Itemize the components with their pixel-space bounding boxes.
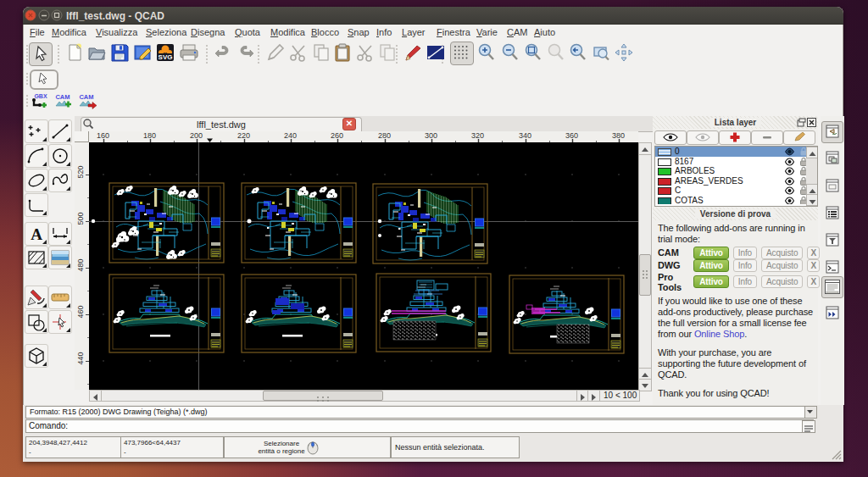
- svg-text:CAM: CAM: [79, 93, 93, 101]
- svg-text:CAM: CAM: [55, 93, 70, 101]
- svg-text:SVG: SVG: [159, 53, 173, 61]
- svg-text:A: A: [31, 225, 42, 243]
- svg-text:GBX: GBX: [34, 93, 47, 99]
